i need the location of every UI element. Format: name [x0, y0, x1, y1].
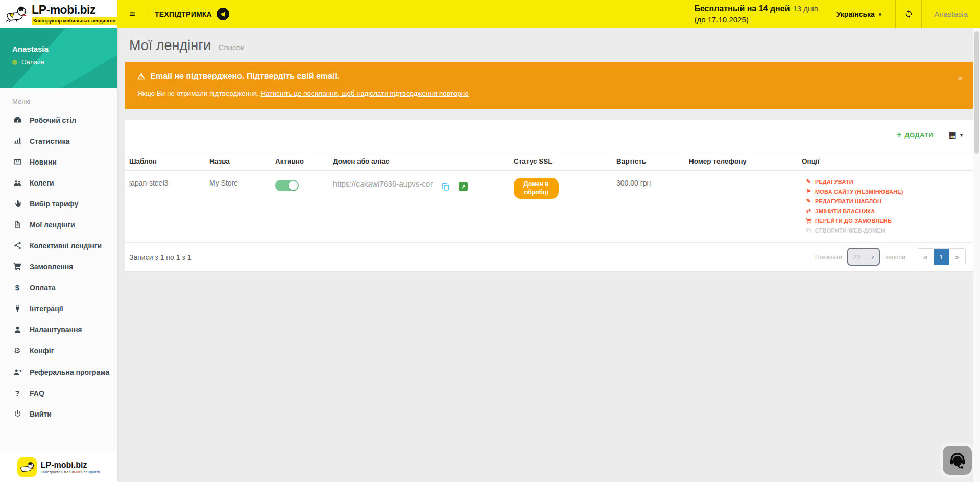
summary-text: з: [180, 253, 187, 261]
sidebar-item-label: Інтеграції: [30, 305, 63, 313]
trial-line1: Бесплатный на 14 дней13 днів: [694, 3, 818, 14]
sidebar-item-label: Оплата: [30, 284, 56, 292]
option-label: ПЕРЕЙТИ ДО ЗАМОВЛЕНЬ: [815, 218, 892, 224]
sidebar-item-label: Колеги: [30, 179, 54, 187]
dollar-icon: $: [12, 283, 22, 292]
sidebar-item-dashboard[interactable]: Робочий стіл: [12, 109, 117, 130]
sidebar-item-statistics[interactable]: Статистика: [12, 130, 117, 151]
records-label: записи: [885, 254, 905, 261]
add-label: ДОДАТИ: [905, 131, 934, 139]
refresh-icon: [904, 10, 913, 18]
sidebar-item-news[interactable]: Новини: [12, 151, 117, 172]
username-label: Anastasia: [934, 10, 968, 18]
landings-card: + ДОДАТИ ▦ ▾ Шаблон Назва Активно Домен …: [125, 120, 973, 271]
cell-name: My Store: [205, 171, 271, 240]
sidebar-item-tariff[interactable]: Вибір тарифу: [12, 193, 117, 214]
gears-icon: ⚙: [12, 346, 22, 355]
copy-icon[interactable]: [441, 182, 450, 193]
alert-title-text: Email не підтверджено. Підтвердіть свій …: [150, 72, 339, 81]
sidebar-item-integrations[interactable]: Інтеграції: [12, 298, 117, 319]
sidebar-item-payment[interactable]: $ Оплата: [12, 277, 117, 298]
sidebar-item-my-landings[interactable]: Мої лендінги: [12, 214, 117, 235]
option-site-language[interactable]: ⚑ МОВА САЙТУ (НЕЗМІНЮВАНЕ): [805, 187, 969, 196]
support-label: ТЕХПІДТРИМКА: [155, 10, 212, 18]
sidebar-item-label: Замовлення: [30, 263, 73, 271]
page-size-select[interactable]: 20 ∨: [847, 248, 880, 266]
copy-pages-icon: [805, 227, 812, 234]
sidebar: Anastasia Онлайн Меню Робочий стіл Стати…: [0, 28, 117, 482]
bar-chart-icon: [12, 136, 22, 145]
next-page-button[interactable]: »: [949, 249, 965, 265]
external-link-icon[interactable]: ↗: [459, 182, 468, 191]
show-label: Показати: [815, 254, 843, 261]
sidebar-item-label: Новини: [30, 158, 57, 166]
option-change-owner[interactable]: ⇄ ЗМІНИТИ ВЛАСНИКА: [805, 206, 969, 216]
pagination-controls: Показати 20 ∨ записи « 1 »: [815, 248, 966, 266]
cell-options: ✎ РЕДАГУВАТИ ⚑ МОВА САЙТУ (НЕЗМІНЮВАНЕ) …: [798, 171, 973, 240]
newspaper-icon: [12, 157, 22, 166]
summary-text: по: [164, 253, 176, 261]
chat-widget-button[interactable]: [943, 446, 972, 475]
cell-ssl-status: Домен в обробці: [510, 171, 612, 240]
trial-plan: Бесплатный на 14 дней: [694, 4, 790, 13]
support-button[interactable]: ТЕХПІДТРИМКА: [148, 0, 243, 28]
online-status-dot: [12, 60, 17, 65]
user-plus-icon: [12, 368, 22, 376]
domain-input[interactable]: [333, 179, 433, 192]
sidebar-item-logout[interactable]: Вийти: [12, 403, 117, 424]
domain-group: ↗: [333, 179, 506, 193]
sidebar-item-label: Колективні лендінги: [30, 242, 102, 250]
sidebar-footer-brand[interactable]: LP-mobi.biz Конструктор мобільних лендін…: [0, 452, 117, 482]
sidebar-menu: Меню Робочий стіл Статистика Новини Коле…: [0, 88, 117, 424]
refresh-button[interactable]: [896, 0, 921, 28]
option-label: РЕДАГУВАТИ: [815, 179, 853, 185]
language-selector[interactable]: Українська ∨: [836, 0, 882, 28]
topbar-yellow: ≡ ТЕХПІДТРИМКА Бесплатный на 14 дней13 д…: [117, 0, 980, 28]
gauge-icon: [12, 116, 22, 124]
sidebar-item-collective-landings[interactable]: Колективні лендінги: [12, 235, 117, 256]
vertical-scrollbar[interactable]: [973, 28, 980, 482]
brand-logo[interactable]: LP-mobi.biz Конструктор мобильных лендин…: [0, 0, 117, 28]
cart-icon: [805, 218, 812, 224]
headset-icon: [948, 451, 967, 470]
column-header-domain: Домен або аліас: [329, 152, 510, 170]
sidebar-item-colleagues[interactable]: Колеги: [12, 172, 117, 193]
active-toggle[interactable]: [275, 180, 299, 191]
sidebar-item-orders[interactable]: Замовлення: [12, 256, 117, 277]
close-icon[interactable]: ×: [958, 74, 963, 83]
menu-toggle-button[interactable]: ≡: [117, 0, 148, 28]
alert-title: ⚠ Email не підтверджено. Підтвердіть сві…: [137, 72, 961, 81]
column-header-options: Опції: [798, 152, 973, 170]
sidebar-item-referral[interactable]: Реферальна програма: [12, 361, 117, 382]
option-create-web-domain[interactable]: СТВОРИТИ WEB-ДОМЕН: [805, 225, 969, 235]
summary-number: 1: [187, 253, 192, 261]
transfer-icon: ⇄: [805, 208, 812, 214]
cell-active: [271, 171, 329, 240]
resend-confirmation-link[interactable]: Натисніть це посилання, щоб надіслати пі…: [261, 89, 469, 97]
scrollbar-thumb[interactable]: [974, 31, 979, 154]
caret-down-icon: ▾: [960, 132, 963, 138]
cell-price: 300.00 грн: [612, 171, 685, 240]
topbar-username[interactable]: Anastasia: [922, 0, 980, 28]
edit-icon: ✎: [805, 198, 812, 204]
hamburger-icon: ≡: [129, 8, 135, 20]
alert-body: Якщо Ви не отримали підтвердження. Натис…: [137, 89, 961, 97]
sidebar-item-settings[interactable]: Налаштування: [12, 319, 117, 340]
option-edit[interactable]: ✎ РЕДАГУВАТИ: [805, 177, 969, 187]
sidebar-item-faq[interactable]: ? FAQ: [12, 382, 117, 403]
prev-page-button[interactable]: «: [917, 249, 934, 265]
plus-icon: +: [897, 131, 902, 139]
cell-phone: [685, 171, 798, 240]
page-1-button[interactable]: 1: [934, 249, 949, 265]
sidebar-item-label: Вибір тарифу: [30, 200, 78, 208]
option-go-to-orders[interactable]: ПЕРЕЙТИ ДО ЗАМОВЛЕНЬ: [805, 216, 969, 225]
edit-icon: ✎: [805, 178, 812, 185]
trial-days-left: 13 днів: [793, 4, 818, 13]
open-arrow-glyph: ↗: [461, 184, 465, 190]
topbar: LP-mobi.biz Конструктор мобильных лендин…: [0, 0, 980, 28]
users-icon: [12, 178, 22, 187]
option-edit-template[interactable]: ✎ РЕДАГУВАТИ ШАБЛОН: [805, 196, 969, 206]
add-landing-button[interactable]: + ДОДАТИ: [897, 131, 934, 139]
columns-dropdown-button[interactable]: ▦ ▾: [949, 131, 963, 139]
sidebar-item-config[interactable]: ⚙ Конфіг: [12, 340, 117, 361]
